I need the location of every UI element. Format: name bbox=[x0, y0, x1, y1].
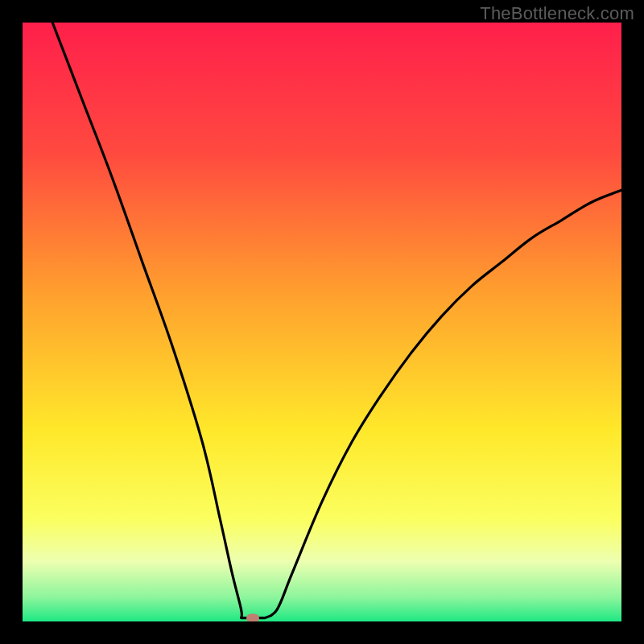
bottleneck-curve bbox=[23, 23, 621, 621]
optimum-marker bbox=[246, 614, 259, 621]
watermark-label: TheBottleneck.com bbox=[480, 3, 634, 24]
chart-frame: TheBottleneck.com bbox=[0, 0, 644, 644]
plot-area bbox=[23, 23, 621, 621]
